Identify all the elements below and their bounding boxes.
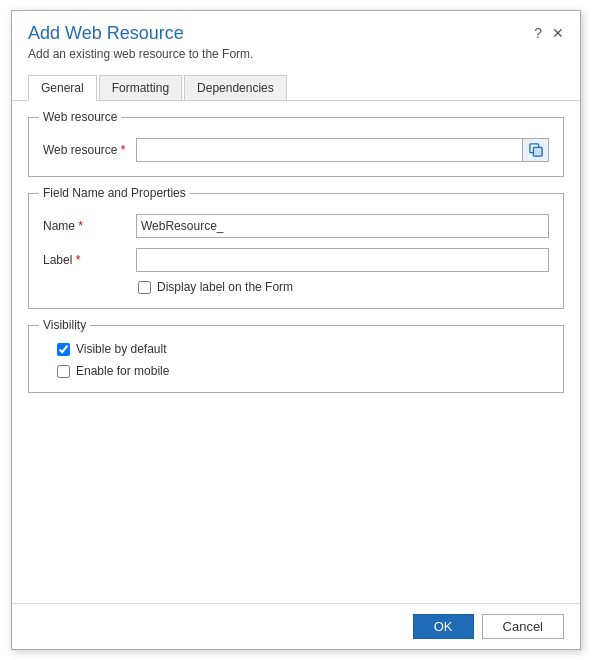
web-resource-input[interactable] (137, 139, 522, 161)
name-input-wrapper: WebResource_ (136, 214, 549, 238)
display-label-checkbox[interactable] (138, 281, 151, 294)
dialog-subtitle: Add an existing web resource to the Form… (28, 47, 253, 61)
label-row: Label * (43, 248, 549, 272)
dialog-header: Add Web Resource Add an existing web res… (12, 11, 580, 67)
name-required: * (78, 219, 83, 233)
web-resource-input-group (136, 138, 549, 162)
tab-bar: General Formatting Dependencies (12, 67, 580, 101)
web-resource-label: Web resource * (43, 143, 128, 157)
enable-mobile-row: Enable for mobile (57, 364, 549, 378)
name-row: Name * WebResource_ (43, 214, 549, 238)
display-label-row: Display label on the Form (138, 280, 549, 294)
display-label-text[interactable]: Display label on the Form (157, 280, 293, 294)
cancel-button[interactable]: Cancel (482, 614, 564, 639)
tab-formatting[interactable]: Formatting (99, 75, 182, 100)
web-resource-row: Web resource * (43, 138, 549, 162)
dialog-body: Web resource Web resource * (12, 101, 580, 603)
label-label: Label * (43, 253, 128, 267)
title-section: Add Web Resource Add an existing web res… (28, 23, 253, 61)
close-icon[interactable]: ✕ (552, 25, 564, 41)
help-icon[interactable]: ? (534, 25, 542, 41)
visibility-legend: Visibility (39, 318, 90, 332)
visibility-section: Visibility Visible by default Enable for… (28, 325, 564, 393)
ok-button[interactable]: OK (413, 614, 474, 639)
enable-mobile-text[interactable]: Enable for mobile (76, 364, 169, 378)
web-resource-legend: Web resource (39, 110, 121, 124)
field-name-section: Field Name and Properties Name * WebReso… (28, 193, 564, 309)
svg-rect-1 (533, 147, 542, 156)
field-name-legend: Field Name and Properties (39, 186, 190, 200)
dialog-footer: OK Cancel (12, 603, 580, 649)
enable-mobile-checkbox[interactable] (57, 365, 70, 378)
web-resource-required: * (121, 143, 126, 157)
name-label: Name * (43, 219, 128, 233)
visible-by-default-row: Visible by default (57, 342, 549, 356)
name-input[interactable] (226, 214, 550, 238)
tab-general[interactable]: General (28, 75, 97, 101)
web-resource-browse-button[interactable] (522, 139, 548, 161)
label-input[interactable] (136, 248, 549, 272)
name-prefix: WebResource_ (136, 214, 226, 238)
visible-by-default-checkbox[interactable] (57, 343, 70, 356)
browse-icon (529, 143, 543, 157)
tab-dependencies[interactable]: Dependencies (184, 75, 287, 100)
header-icons: ? ✕ (534, 25, 564, 41)
label-required: * (76, 253, 81, 267)
visible-by-default-text[interactable]: Visible by default (76, 342, 167, 356)
web-resource-section: Web resource Web resource * (28, 117, 564, 177)
add-web-resource-dialog: Add Web Resource Add an existing web res… (11, 10, 581, 650)
dialog-title: Add Web Resource (28, 23, 253, 44)
